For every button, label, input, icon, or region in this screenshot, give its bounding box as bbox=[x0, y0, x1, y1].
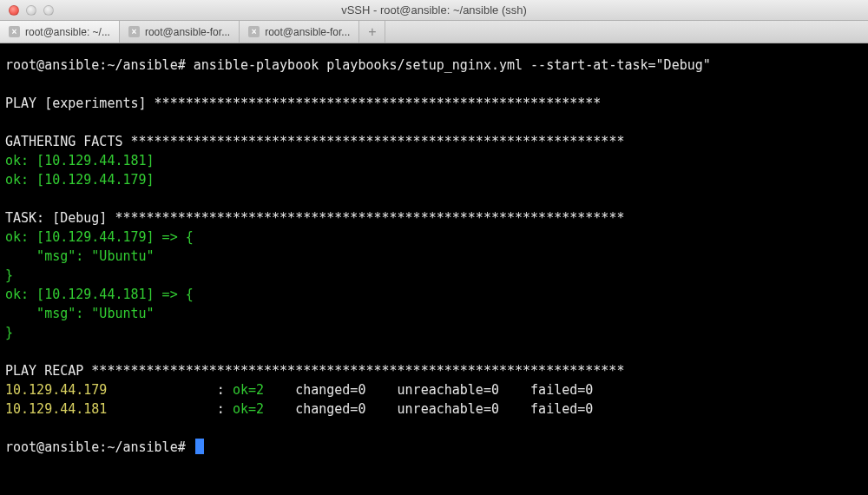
tab-label: root@ansible: ~/... bbox=[25, 26, 110, 38]
window-title: vSSH - root@ansible: ~/ansible (ssh) bbox=[0, 3, 868, 16]
task-result-line: ok: [10.129.44.181] => { bbox=[5, 287, 194, 302]
tab-bar: × root@ansible: ~/... × root@ansible-for… bbox=[0, 21, 868, 43]
tab-label: root@ansible-for... bbox=[265, 26, 350, 38]
task-result-line: "msg": "Ubuntu" bbox=[5, 248, 155, 264]
window-titlebar: vSSH - root@ansible: ~/ansible (ssh) bbox=[0, 0, 868, 21]
play-header-label: PLAY [experiments] bbox=[5, 96, 155, 111]
ok-host-line: ok: [10.129.44.181] bbox=[5, 153, 155, 168]
cursor-icon bbox=[195, 439, 204, 454]
recap-rest: changed=0 unreachable=0 failed=0 bbox=[264, 401, 593, 417]
tab-label: root@ansible-for... bbox=[145, 26, 230, 38]
recap-sep: : bbox=[107, 401, 233, 417]
maximize-window-button[interactable] bbox=[43, 5, 54, 16]
plus-icon: + bbox=[368, 24, 376, 40]
play-header-stars: ****************************************… bbox=[155, 96, 602, 111]
close-tab-icon[interactable]: × bbox=[128, 26, 140, 37]
shell-command: ansible-playbook playbooks/setup_nginx.y… bbox=[194, 57, 711, 73]
recap-host: 10.129.44.179 bbox=[5, 382, 107, 398]
task-result-line: "msg": "Ubuntu" bbox=[5, 306, 155, 321]
recap-header-label: PLAY RECAP bbox=[5, 363, 91, 379]
task-result-line: } bbox=[5, 325, 13, 340]
recap-ok: ok=2 bbox=[233, 401, 264, 417]
recap-header-stars: ****************************************… bbox=[91, 363, 624, 379]
traffic-lights bbox=[0, 5, 54, 16]
terminal-output[interactable]: root@ansible:~/ansible# ansible-playbook… bbox=[0, 43, 868, 495]
tab-session-1[interactable]: × root@ansible: ~/... bbox=[0, 21, 120, 43]
task-header-stars: ****************************************… bbox=[115, 210, 624, 226]
task-result-line: ok: [10.129.44.179] => { bbox=[5, 229, 194, 245]
tab-session-3[interactable]: × root@ansible-for... bbox=[240, 21, 359, 43]
tab-session-2[interactable]: × root@ansible-for... bbox=[120, 21, 240, 43]
ok-host-line: ok: [10.129.44.179] bbox=[5, 172, 155, 188]
close-tab-icon[interactable]: × bbox=[248, 26, 260, 37]
close-window-button[interactable] bbox=[9, 5, 19, 16]
gathering-facts-stars: ****************************************… bbox=[131, 134, 625, 149]
close-tab-icon[interactable]: × bbox=[9, 26, 20, 37]
recap-host: 10.129.44.181 bbox=[5, 401, 107, 417]
recap-rest: changed=0 unreachable=0 failed=0 bbox=[264, 382, 593, 398]
new-tab-button[interactable]: + bbox=[359, 21, 385, 43]
gathering-facts-label: GATHERING FACTS bbox=[5, 134, 131, 149]
recap-ok: ok=2 bbox=[233, 382, 264, 398]
minimize-window-button[interactable] bbox=[26, 5, 36, 16]
shell-prompt: root@ansible:~/ansible# bbox=[5, 57, 194, 73]
task-header-label: TASK: [Debug] bbox=[5, 210, 115, 226]
recap-sep: : bbox=[107, 382, 233, 398]
shell-prompt: root@ansible:~/ansible# bbox=[5, 439, 194, 455]
task-result-line: } bbox=[5, 267, 13, 283]
